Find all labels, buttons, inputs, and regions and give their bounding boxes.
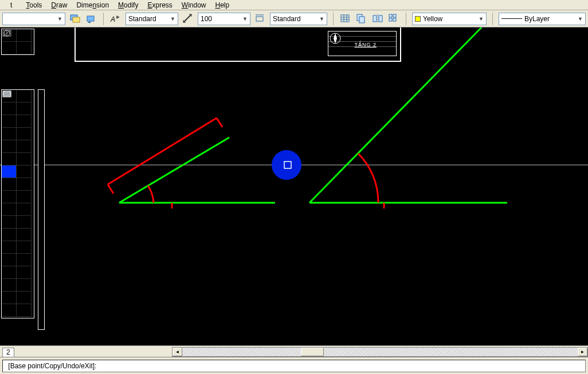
palette-tool-button[interactable] — [2, 203, 17, 216]
palette-tool-button[interactable] — [17, 254, 32, 266]
palette-tool-button[interactable] — [2, 304, 17, 317]
palette-tool-button[interactable] — [17, 292, 32, 304]
palette-tool-button[interactable]: A — [2, 178, 17, 191]
palette-tool-button[interactable] — [2, 229, 17, 241]
dimscale-icon[interactable] — [182, 13, 194, 25]
palette-tool-button[interactable] — [2, 279, 17, 292]
menu-item-window[interactable]: Window — [177, 0, 211, 10]
canvas-svg — [0, 27, 588, 345]
palette-tool-button[interactable] — [17, 178, 32, 191]
palette-tool-button[interactable] — [17, 203, 32, 216]
svg-rect-1 — [73, 17, 80, 22]
svg-rect-4 — [256, 17, 263, 21]
textstyle-dropdown[interactable]: Standard▼ — [126, 13, 178, 25]
svg-text:A: A — [110, 15, 115, 23]
drawing-canvas[interactable]: TẦNG 2 /* rows generated below via templ… — [0, 27, 588, 345]
menu-item-partial[interactable]: t — [1, 0, 21, 10]
menu-item-draw[interactable]: Draw — [46, 0, 72, 10]
palette-tool-button[interactable] — [2, 254, 17, 266]
array-icon[interactable] — [387, 13, 400, 25]
menu-bar: t Tools Draw Dimension Modify Express Wi… — [0, 0, 588, 10]
svg-line-27 — [119, 137, 229, 203]
palette-tool-button[interactable] — [2, 241, 17, 254]
layer-states-icon[interactable] — [69, 13, 81, 25]
palette-tool-button[interactable] — [17, 266, 32, 279]
svg-line-29 — [108, 184, 113, 194]
svg-point-24 — [272, 150, 301, 180]
horizontal-scrollbar[interactable]: ◄ ► — [172, 347, 588, 357]
menu-item-dimension[interactable]: Dimension — [72, 0, 113, 10]
color-value: Yellow — [423, 15, 476, 23]
linetype-dropdown[interactable]: ByLayer▼ — [499, 13, 586, 25]
palette-tool-button[interactable]: A — [17, 229, 32, 241]
palette-tool-button[interactable] — [17, 103, 32, 115]
palette-tool-button[interactable] — [17, 128, 32, 140]
palette-tool-button[interactable] — [17, 140, 32, 153]
dimscale-value: 100 — [201, 15, 240, 23]
palette-tool-button[interactable] — [2, 153, 17, 166]
textstyle-value: Standard — [128, 15, 168, 23]
linetype-value: ByLayer — [524, 15, 575, 23]
palette-tool-button[interactable]: A — [17, 115, 32, 128]
command-input[interactable]: [Base point/Copy/Undo/eXit]: — [2, 360, 586, 372]
palette-top-btn[interactable] — [17, 29, 32, 42]
command-prompt: [Base point/Copy/Undo/eXit]: — [6, 362, 96, 370]
palette-top-btn[interactable] — [2, 42, 17, 54]
palette-main: /* rows generated below via template for… — [1, 89, 34, 318]
palette-tool-button[interactable] — [2, 216, 17, 229]
color-swatch-icon — [415, 16, 421, 22]
svg-line-28 — [108, 118, 217, 184]
palette-tool-button[interactable] — [17, 279, 32, 292]
textstyle-icon[interactable]: A — [109, 13, 122, 25]
toolbar: ▼ A Standard▼ 100▼ Standard▼ Yellow▼ — [0, 10, 588, 27]
drawing-frame: TẦNG 2 — [75, 27, 401, 62]
palette-tool-button[interactable] — [2, 166, 17, 178]
layer-previous-icon[interactable] — [85, 13, 97, 25]
palette-tool-button[interactable] — [2, 266, 17, 279]
svg-point-72 — [6, 93, 8, 95]
menu-item-modify[interactable]: Modify — [113, 0, 143, 10]
svg-rect-2 — [87, 16, 94, 21]
palette-tool-button[interactable] — [17, 241, 32, 254]
dimscale-dropdown[interactable]: 100▼ — [198, 13, 250, 25]
scroll-left-icon[interactable]: ◄ — [173, 348, 182, 356]
palette-tool-button[interactable] — [2, 191, 17, 203]
palette-tool-button[interactable] — [17, 304, 32, 317]
palette-tool-button[interactable] — [17, 191, 32, 203]
svg-rect-19 — [393, 14, 396, 17]
svg-rect-21 — [393, 18, 396, 21]
palette-tool-button[interactable] — [17, 166, 32, 178]
linetype-preview-icon — [501, 18, 522, 19]
palette-top — [1, 29, 34, 55]
empty-dropdown[interactable]: ▼ — [2, 13, 65, 25]
svg-rect-15 — [373, 15, 377, 22]
layout-tab[interactable]: 2 — [2, 348, 14, 357]
palette-tool-button[interactable]: A — [2, 292, 17, 304]
svg-rect-14 — [359, 17, 364, 23]
palette-tool-button[interactable] — [2, 103, 17, 115]
table-icon[interactable] — [339, 13, 352, 25]
palette-tool-button[interactable] — [2, 115, 17, 128]
palette-top-btn[interactable] — [17, 42, 32, 54]
color-dropdown[interactable]: Yellow▼ — [412, 13, 487, 25]
dimstyle-icon[interactable] — [254, 13, 266, 25]
menu-item-express[interactable]: Express — [143, 0, 177, 10]
svg-rect-20 — [389, 18, 392, 21]
dimstyle-dropdown[interactable]: Standard▼ — [270, 13, 327, 25]
palette-tool-button[interactable] — [17, 216, 32, 229]
palette-tool-button[interactable] — [17, 90, 32, 103]
menu-item-help[interactable]: Help — [211, 0, 234, 10]
svg-rect-8 — [341, 15, 349, 22]
palette-tool-button[interactable] — [2, 128, 17, 140]
scroll-track[interactable] — [182, 348, 578, 356]
menu-item-tools[interactable]: Tools — [21, 0, 46, 10]
svg-rect-18 — [389, 14, 392, 17]
palette-tool-button[interactable] — [17, 153, 32, 166]
compass-icon — [328, 32, 396, 56]
copy-icon[interactable] — [355, 13, 368, 25]
palette-tool-button[interactable] — [2, 140, 17, 153]
scroll-right-icon[interactable]: ► — [578, 348, 587, 356]
dimstyle-value: Standard — [273, 15, 317, 23]
mirror-icon[interactable] — [371, 13, 384, 25]
scroll-thumb[interactable] — [301, 348, 324, 356]
